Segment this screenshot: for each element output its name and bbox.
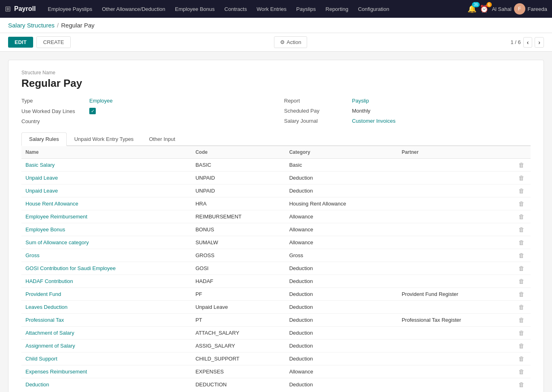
pagination-text: 1 / 6: [510, 39, 520, 45]
row-partner: [398, 327, 514, 340]
row-code: SUMALW: [192, 236, 285, 249]
nav-reporting[interactable]: Reporting: [322, 4, 352, 14]
row-code: EXPENSES: [192, 365, 285, 378]
delete-row-icon[interactable]: 🗑: [518, 174, 525, 181]
row-partner: [398, 275, 514, 288]
row-name[interactable]: Attachment of Salary: [21, 327, 192, 340]
scheduled-pay-row: Scheduled Pay Monthly: [284, 108, 531, 114]
row-name[interactable]: Provident Fund: [21, 288, 192, 301]
delete-row-icon[interactable]: 🗑: [518, 252, 525, 259]
row-name[interactable]: Child Support: [21, 352, 192, 365]
row-category: Deduction: [285, 275, 398, 288]
nav-other-allowance[interactable]: Other Allowance/Deduction: [98, 4, 169, 14]
tab-salary-rules[interactable]: Salary Rules: [21, 132, 67, 146]
delete-row-icon[interactable]: 🗑: [518, 278, 525, 285]
row-name[interactable]: Unpaid Leave: [21, 172, 192, 184]
row-name[interactable]: HADAF Contribution: [21, 275, 192, 288]
delete-row-icon[interactable]: 🗑: [518, 226, 525, 233]
nav-work-entries[interactable]: Work Entries: [253, 4, 291, 14]
delete-row-icon[interactable]: 🗑: [518, 239, 525, 246]
type-value[interactable]: Employee: [89, 98, 113, 104]
grid-icon[interactable]: ⊞: [5, 4, 11, 13]
delete-row-icon[interactable]: 🗑: [518, 304, 525, 310]
breadcrumb: Salary Structures / Regular Pay: [0, 18, 552, 33]
create-button[interactable]: CREATE: [36, 36, 71, 48]
row-category: Deduction: [285, 327, 398, 340]
table-row: Unpaid Leave UNPAID Deduction 🗑: [21, 172, 531, 184]
delete-row-icon[interactable]: 🗑: [518, 342, 525, 349]
delete-row-icon[interactable]: 🗑: [518, 368, 525, 375]
delete-row-icon[interactable]: 🗑: [518, 329, 525, 336]
row-name[interactable]: Deduction: [21, 378, 192, 389]
row-name[interactable]: Assignment of Salary: [21, 340, 192, 352]
tab-unpaid-work[interactable]: Unpaid Work Entry Types: [67, 132, 141, 146]
delete-row-icon[interactable]: 🗑: [518, 161, 525, 168]
row-name[interactable]: House Rent Allowance: [21, 197, 192, 210]
row-name[interactable]: Employee Reimbursement: [21, 210, 192, 223]
row-partner: [398, 223, 514, 236]
delete-row-icon[interactable]: 🗑: [518, 355, 525, 362]
row-partner: [398, 184, 514, 197]
scheduled-pay-value: Monthly: [352, 108, 371, 114]
row-code: HRA: [192, 197, 285, 210]
row-code: UNPAID: [192, 184, 285, 197]
row-category: Allowance: [285, 210, 398, 223]
salary-journal-label: Salary Journal: [284, 118, 349, 124]
row-code: BASIC: [192, 159, 285, 172]
row-name[interactable]: Basic Salary: [21, 159, 192, 172]
nav-employee-payslips[interactable]: Employee Payslips: [44, 4, 96, 14]
row-name[interactable]: Employee Bonus: [21, 223, 192, 236]
table-row: Child Support CHILD_SUPPORT Deduction 🗑: [21, 352, 531, 365]
delete-row-icon[interactable]: 🗑: [518, 187, 525, 194]
nav-employee-bonus[interactable]: Employee Bonus: [171, 4, 219, 14]
delete-row-icon[interactable]: 🗑: [518, 381, 525, 388]
action-label: Action: [287, 39, 301, 45]
row-name[interactable]: Expenses Reimbursement: [21, 365, 192, 378]
table-row: Employee Reimbursement REIMBURSEMENT All…: [21, 210, 531, 223]
row-code: CHILD_SUPPORT: [192, 352, 285, 365]
report-value[interactable]: Payslip: [352, 98, 369, 104]
row-name[interactable]: Unpaid Leave: [21, 184, 192, 197]
delete-row-icon[interactable]: 🗑: [518, 200, 525, 207]
table-row: Expenses Reimbursement EXPENSES Allowanc…: [21, 365, 531, 378]
breadcrumb-current: Regular Pay: [61, 22, 95, 29]
delete-row-icon[interactable]: 🗑: [518, 213, 525, 220]
delete-row-icon[interactable]: 🗑: [518, 291, 525, 298]
row-category: Deduction: [285, 352, 398, 365]
table-row: Sum of Allowance category SUMALW Allowan…: [21, 236, 531, 249]
use-worked-row: Use Worked Day Lines ✓: [21, 108, 268, 114]
nav-contracts[interactable]: Contracts: [220, 4, 251, 14]
row-name[interactable]: Gross: [21, 249, 192, 262]
use-worked-checkbox[interactable]: ✓: [89, 108, 96, 114]
toolbar: EDIT CREATE ⚙ Action 1 / 6 ‹ ›: [0, 33, 552, 52]
row-name[interactable]: Leaves Deduction: [21, 301, 192, 314]
table-row: Leaves Deduction Unpaid Leave Deduction …: [21, 301, 531, 314]
tab-other-input[interactable]: Other Input: [141, 132, 183, 146]
form-fields: Type Employee Use Worked Day Lines ✓ Cou…: [21, 98, 531, 124]
col-code: Code: [192, 146, 285, 159]
user-menu[interactable]: Al Sahal F Fareeda: [492, 3, 547, 15]
delete-row-icon[interactable]: 🗑: [518, 265, 525, 272]
row-code: PT: [192, 314, 285, 327]
edit-button[interactable]: EDIT: [8, 37, 33, 48]
row-partner: Provident Fund Register: [398, 288, 514, 301]
breadcrumb-parent[interactable]: Salary Structures: [8, 22, 55, 29]
salary-journal-value[interactable]: Customer Invoices: [352, 118, 396, 124]
nav-payslips[interactable]: Payslips: [292, 4, 320, 14]
table-row: Deduction DEDUCTION Deduction 🗑: [21, 378, 531, 389]
action-button[interactable]: ⚙ Action: [274, 36, 307, 48]
prev-page-button[interactable]: ‹: [523, 37, 533, 48]
country-row: Country: [21, 118, 268, 124]
nav-configuration[interactable]: Configuration: [354, 4, 393, 14]
row-partner: [398, 378, 514, 389]
row-code: GOSI: [192, 262, 285, 275]
delete-row-icon[interactable]: 🗑: [518, 317, 525, 323]
notification-bell-wrapper[interactable]: 🔔 36: [468, 4, 476, 13]
activity-wrapper[interactable]: ⏰ 6: [480, 4, 489, 13]
row-name[interactable]: Professional Tax: [21, 314, 192, 327]
next-page-button[interactable]: ›: [535, 37, 544, 48]
action-gear-icon: ⚙: [280, 39, 285, 45]
pagination: 1 / 6 ‹ ›: [510, 37, 544, 48]
row-name[interactable]: Sum of Allowance category: [21, 236, 192, 249]
row-name[interactable]: GOSI Contribution for Saudi Employee: [21, 262, 192, 275]
